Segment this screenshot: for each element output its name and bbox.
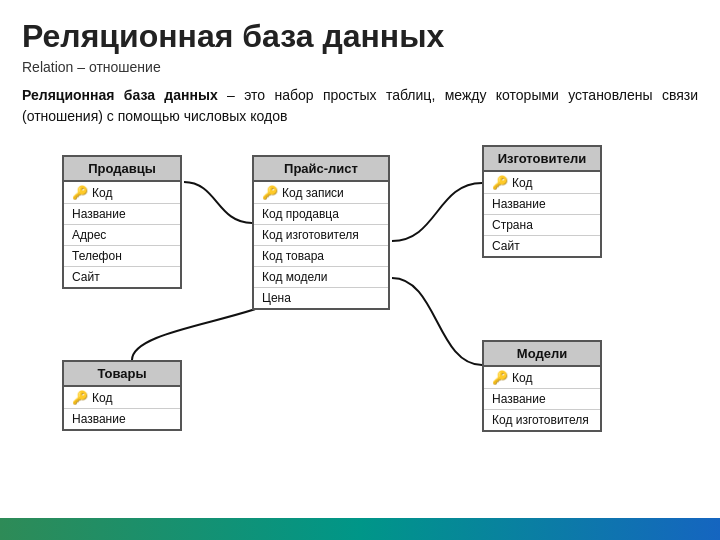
table-modeli-row-1: Название (484, 389, 600, 410)
table-izgotoviteli-row-0: 🔑 Код (484, 172, 600, 194)
tables-area: Продавцы 🔑 Код Название Адрес Телефон Са… (22, 145, 698, 455)
table-modeli-row-2: Код изготовителя (484, 410, 600, 430)
table-izgotoviteli-header: Изготовители (484, 147, 600, 172)
table-prodavtsy-row-4: Сайт (64, 267, 180, 287)
table-modeli-row-0: 🔑 Код (484, 367, 600, 389)
table-tovary-row-0: 🔑 Код (64, 387, 180, 409)
table-prodavtsy-row-2: Адрес (64, 225, 180, 246)
key-icon-izgotoviteli: 🔑 (492, 175, 508, 190)
table-prayslist: Прайс-лист 🔑 Код записи Код продавца Код… (252, 155, 390, 310)
table-izgotoviteli-row-1: Название (484, 194, 600, 215)
description-bold: Реляционная база данных (22, 87, 218, 103)
table-prodavtsy-row-3: Телефон (64, 246, 180, 267)
table-prayslist-row-4: Код модели (254, 267, 388, 288)
table-tovary-header: Товары (64, 362, 180, 387)
table-modeli: Модели 🔑 Код Название Код изготовителя (482, 340, 602, 432)
key-icon-prodavtsy: 🔑 (72, 185, 88, 200)
bottom-bar (0, 518, 720, 540)
table-prayslist-header: Прайс-лист (254, 157, 388, 182)
table-izgotoviteli-row-2: Страна (484, 215, 600, 236)
table-prayslist-row-3: Код товара (254, 246, 388, 267)
table-tovary: Товары 🔑 Код Название (62, 360, 182, 431)
page: Реляционная база данных Relation – отнош… (0, 0, 720, 540)
table-modeli-header: Модели (484, 342, 600, 367)
table-prayslist-row-0: 🔑 Код записи (254, 182, 388, 204)
key-icon-modeli: 🔑 (492, 370, 508, 385)
table-prayslist-row-2: Код изготовителя (254, 225, 388, 246)
table-izgotoviteli: Изготовители 🔑 Код Название Страна Сайт (482, 145, 602, 258)
key-icon-prayslist: 🔑 (262, 185, 278, 200)
table-prayslist-row-5: Цена (254, 288, 388, 308)
table-prodavtsy-header: Продавцы (64, 157, 180, 182)
table-tovary-row-1: Название (64, 409, 180, 429)
table-prayslist-row-1: Код продавца (254, 204, 388, 225)
table-prodavtsy: Продавцы 🔑 Код Название Адрес Телефон Са… (62, 155, 182, 289)
key-icon-tovary: 🔑 (72, 390, 88, 405)
table-prodavtsy-row-1: Название (64, 204, 180, 225)
main-title: Реляционная база данных (22, 18, 698, 55)
subtitle: Relation – отношение (22, 59, 698, 75)
table-izgotoviteli-row-3: Сайт (484, 236, 600, 256)
table-prodavtsy-row-0: 🔑 Код (64, 182, 180, 204)
description: Реляционная база данных – это набор прос… (22, 85, 698, 127)
